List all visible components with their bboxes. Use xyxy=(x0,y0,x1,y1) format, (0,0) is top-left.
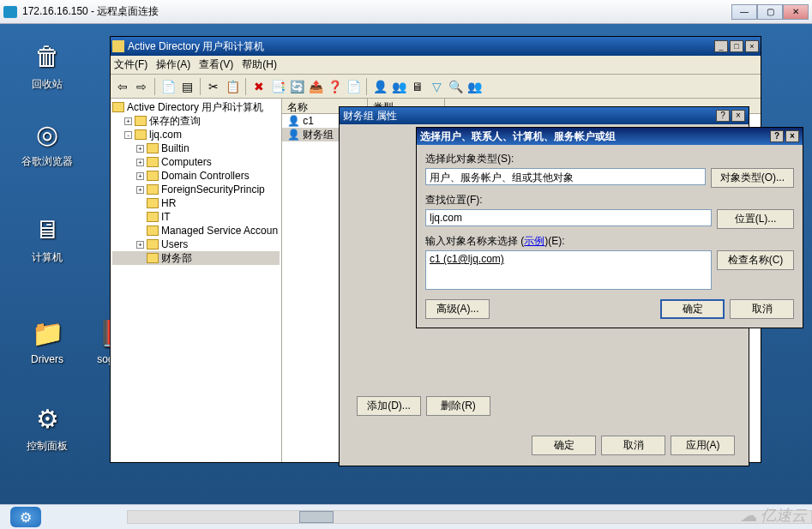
check-names-button[interactable]: 检查名称(C) xyxy=(717,250,794,270)
delete-icon[interactable]: ✖ xyxy=(250,78,268,95)
computer-icon[interactable]: 🖥 xyxy=(409,78,426,95)
icon-glyph: ⚙ xyxy=(30,401,64,436)
object-names-input[interactable]: c1 (c1@ljq.com) xyxy=(425,250,712,290)
remove-button[interactable]: 删除(R) xyxy=(426,396,490,416)
desktop-icon[interactable]: 🖥计算机 xyxy=(17,213,77,265)
refresh-icon[interactable]: 🔄 xyxy=(288,78,305,95)
properties-buttons: 确定 取消 应用(A) xyxy=(532,436,735,455)
user-icon[interactable]: 👤 xyxy=(371,78,388,95)
close-button[interactable]: × xyxy=(745,40,759,52)
rdp-icon xyxy=(3,6,17,18)
maximize-button[interactable]: □ xyxy=(730,40,743,52)
copy-icon[interactable]: 📋 xyxy=(224,78,241,95)
close-button[interactable]: × xyxy=(785,130,799,142)
location-field: ljq.com xyxy=(425,209,712,226)
select-objects-dialog: 选择用户、联系人、计算机、服务帐户或组 ? × 选择此对象类型(S): 用户、服… xyxy=(416,127,803,328)
tree-node[interactable]: HR xyxy=(112,196,280,210)
properties-title: 财务组 属性 xyxy=(343,109,397,123)
example-link[interactable]: 示例 xyxy=(524,235,544,247)
object-type-label: 选择此对象类型(S): xyxy=(425,152,794,166)
forward-icon[interactable]: ⇨ xyxy=(133,78,150,95)
cancel-button[interactable]: 取消 xyxy=(730,299,794,319)
watermark: ☁亿速云 xyxy=(740,505,807,526)
desktop-icon[interactable]: ⚙控制面板 xyxy=(17,401,77,454)
scrollbar-horizontal[interactable] xyxy=(127,510,812,524)
select-objects-title: 选择用户、联系人、计算机、服务帐户或组 xyxy=(420,129,616,144)
desktop-icon[interactable]: ◎谷歌浏览器 xyxy=(17,117,77,169)
scroll-thumb[interactable] xyxy=(299,511,334,523)
tree-node[interactable]: +Computers xyxy=(112,155,280,169)
rdp-titlebar: 172.16.16.150 - 远程桌面连接 — ▢ ✕ xyxy=(0,0,812,24)
aduc-menubar[interactable]: 文件(F)操作(A)查看(V)帮助(H) xyxy=(111,56,761,75)
apply-button[interactable]: 应用(A) xyxy=(671,436,735,455)
tree-node[interactable]: +ForeignSecurityPrincip xyxy=(112,183,280,196)
help-icon[interactable]: ❓ xyxy=(326,78,343,95)
back-icon[interactable]: ⇦ xyxy=(114,78,131,95)
icon-label: 控制面板 xyxy=(17,439,77,454)
select-objects-body: 选择此对象类型(S): 用户、服务帐户、组或其他对象 对象类型(O)... 查找… xyxy=(417,145,803,302)
menu-item[interactable]: 查看(V) xyxy=(199,57,233,72)
rdp-title: 172.16.16.150 - 远程桌面连接 xyxy=(22,4,159,19)
list-icon[interactable]: ▤ xyxy=(178,78,195,95)
help-button[interactable]: ? xyxy=(770,130,784,142)
group-icon[interactable]: 👥 xyxy=(390,78,407,95)
minimize-button[interactable]: _ xyxy=(714,40,728,52)
tree-node[interactable]: +Users xyxy=(112,237,280,251)
tree-node[interactable]: +保存的查询 xyxy=(112,114,280,128)
tree-node[interactable]: +Domain Controllers xyxy=(112,169,280,183)
close-button[interactable]: ✕ xyxy=(783,4,809,20)
rdp-window: 172.16.16.150 - 远程桌面连接 — ▢ ✕ 🗑回收站◎谷歌浏览器🖥… xyxy=(0,0,812,529)
find-icon[interactable]: 🔍 xyxy=(447,78,464,95)
add-button[interactable]: 添加(D)... xyxy=(357,396,421,416)
icon-label: 回收站 xyxy=(17,77,77,92)
aduc-title: Active Directory 用户和计算机 xyxy=(128,39,264,54)
desktop-icon[interactable]: 📁Drivers xyxy=(17,316,77,365)
new-icon[interactable]: 📄 xyxy=(345,78,362,95)
menu-item[interactable]: 文件(F) xyxy=(114,57,147,72)
names-label: 输入对象名称来选择 (示例)(E): xyxy=(425,234,794,249)
cancel-button[interactable]: 取消 xyxy=(601,436,665,455)
tree-node[interactable]: -ljq.com xyxy=(112,128,280,141)
icon-label: 计算机 xyxy=(17,250,77,265)
select-objects-titlebar: 选择用户、联系人、计算机、服务帐户或组 ? × xyxy=(417,128,803,145)
minimize-button[interactable]: — xyxy=(731,4,757,20)
menu-item[interactable]: 帮助(H) xyxy=(242,57,277,72)
icon-glyph: ◎ xyxy=(30,117,64,151)
export-icon[interactable]: 📤 xyxy=(307,78,324,95)
tree-node[interactable]: Managed Service Accoun xyxy=(112,224,280,237)
tree-node[interactable]: +Builtin xyxy=(112,141,280,155)
icon-glyph: 📁 xyxy=(30,316,64,350)
aduc-window-controls: _ □ × xyxy=(714,40,759,52)
select-objects-buttons: 高级(A)... 确定 取消 xyxy=(425,299,794,319)
up-icon[interactable]: 📄 xyxy=(159,78,177,95)
locations-button[interactable]: 位置(L)... xyxy=(717,209,794,229)
properties-icon[interactable]: 📑 xyxy=(269,78,286,95)
more-icon[interactable]: 👥 xyxy=(466,78,483,95)
properties-titlebar: 财务组 属性 ? × xyxy=(340,107,749,124)
object-type-field: 用户、服务帐户、组或其他对象 xyxy=(425,168,706,185)
ok-button[interactable]: 确定 xyxy=(532,436,596,455)
tree-node[interactable]: 财务部 xyxy=(112,251,280,265)
advanced-button[interactable]: 高级(A)... xyxy=(425,299,490,319)
icon-glyph: 🖥 xyxy=(30,213,64,247)
start-button[interactable]: ⚙ xyxy=(10,507,41,527)
maximize-button[interactable]: ▢ xyxy=(757,4,783,20)
help-button[interactable]: ? xyxy=(716,110,730,122)
cut-icon[interactable]: ✂ xyxy=(205,78,222,95)
aduc-titlebar: Active Directory 用户和计算机 _ □ × xyxy=(111,37,761,56)
object-types-button[interactable]: 对象类型(O)... xyxy=(711,168,794,188)
statusbar: ⚙ xyxy=(0,504,812,529)
rdp-window-controls: — ▢ ✕ xyxy=(731,4,809,20)
close-button[interactable]: × xyxy=(731,110,745,122)
location-label: 查找位置(F): xyxy=(425,193,794,207)
tree-root[interactable]: Active Directory 用户和计算机 xyxy=(112,100,280,114)
desktop-icon[interactable]: 🗑回收站 xyxy=(17,39,77,92)
aduc-toolbar[interactable]: ⇦ ⇨ 📄 ▤ ✂ 📋 ✖ 📑 🔄 📤 ❓ 📄 👤 👥 🖥 ▽ 🔍 👥 xyxy=(111,75,761,99)
aduc-tree[interactable]: Active Directory 用户和计算机+保存的查询-ljq.com+Bu… xyxy=(111,99,282,462)
tree-node[interactable]: IT xyxy=(112,210,280,224)
aduc-icon xyxy=(112,40,124,52)
icon-label: Drivers xyxy=(17,353,77,365)
ok-button[interactable]: 确定 xyxy=(660,299,725,319)
menu-item[interactable]: 操作(A) xyxy=(156,57,190,72)
filter-icon[interactable]: ▽ xyxy=(428,78,445,95)
